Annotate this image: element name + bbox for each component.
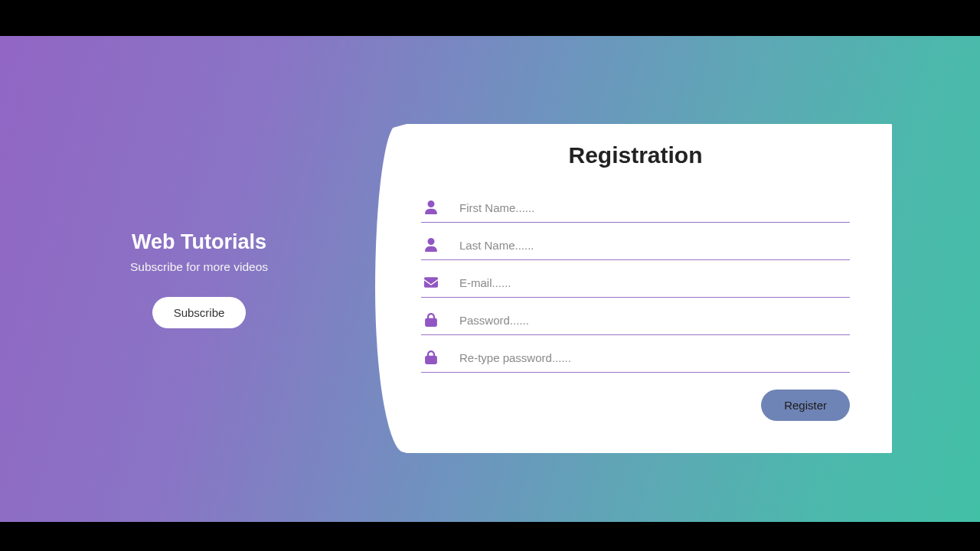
first-name-input[interactable] [459, 201, 847, 214]
lock-icon [424, 350, 459, 364]
last-name-input[interactable] [459, 239, 847, 252]
register-button[interactable]: Register [761, 390, 850, 421]
left-title: Web Tutorials [31, 230, 368, 254]
email-input[interactable] [459, 276, 847, 289]
first-name-row [421, 191, 850, 223]
last-name-row [421, 229, 850, 260]
left-panel: Web Tutorials Subscribe for more videos … [0, 230, 368, 328]
retype-password-row [421, 341, 850, 373]
envelope-icon [424, 276, 459, 289]
lock-icon [424, 313, 459, 327]
email-row [421, 266, 850, 298]
user-icon [424, 238, 459, 252]
retype-password-input[interactable] [459, 351, 847, 364]
form-actions: Register [421, 390, 850, 421]
user-icon [424, 201, 459, 214]
left-subtitle: Subscribe for more videos [31, 260, 368, 274]
form-title: Registration [421, 142, 850, 168]
registration-card: Registration [375, 124, 892, 453]
page-stage: Web Tutorials Subscribe for more videos … [0, 36, 980, 522]
password-input[interactable] [459, 314, 847, 327]
subscribe-button[interactable]: Subscribe [152, 297, 247, 328]
password-row [421, 304, 850, 335]
